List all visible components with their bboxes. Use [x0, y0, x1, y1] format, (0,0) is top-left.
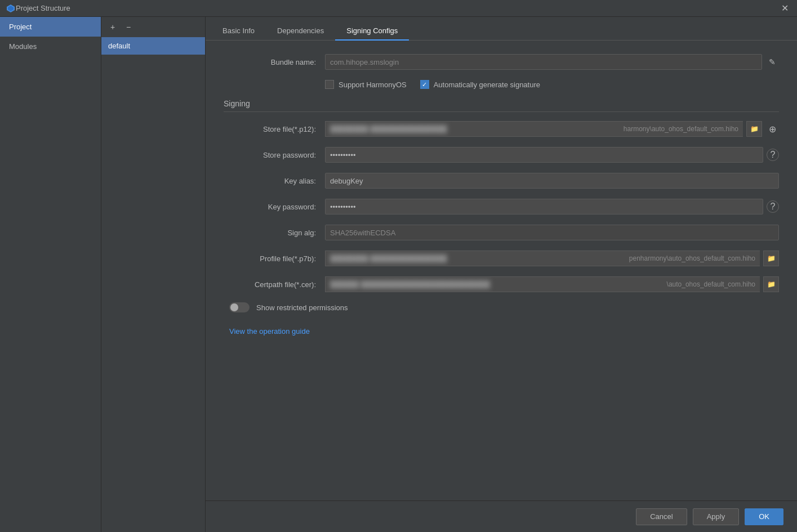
certpath-file-path: ██████ ███████████████████████████ \auto… — [325, 276, 760, 292]
bundle-name-input[interactable] — [325, 54, 762, 70]
edit-bundle-name-icon[interactable]: ✎ — [765, 55, 779, 69]
key-alias-input[interactable] — [325, 173, 779, 189]
auto-signature-label: Automatically generate signature — [434, 81, 540, 89]
signing-section: Signing Store file(*.p12): ████████ ████… — [224, 99, 779, 336]
store-password-label: Store password: — [224, 151, 325, 159]
auto-signature-box — [420, 80, 429, 89]
apply-button[interactable]: Apply — [693, 508, 740, 525]
content-area: Basic Info Dependencies Signing Configs … — [206, 17, 797, 532]
profile-file-input-wrap: ████████ ████████████████ penharmony\aut… — [325, 251, 779, 266]
project-structure-window: Project Structure ✕ Project Modules + − … — [0, 0, 797, 532]
key-password-label: Key password: — [224, 203, 325, 211]
app-logo-icon — [6, 3, 16, 14]
sign-alg-label: Sign alg: — [224, 229, 325, 237]
tabs-bar: Basic Info Dependencies Signing Configs — [206, 17, 797, 41]
auto-signature-checkbox[interactable]: Automatically generate signature — [420, 80, 540, 89]
store-file-fingerprint-icon[interactable]: ⊕ — [765, 122, 779, 136]
bundle-name-row: Bundle name: ✎ — [224, 54, 779, 70]
sidebar-item-project[interactable]: Project — [0, 17, 101, 37]
certpath-file-input-wrap: ██████ ███████████████████████████ \auto… — [325, 276, 779, 292]
title-bar: Project Structure ✕ — [0, 0, 797, 17]
main-content: Project Modules + − default Basic Info D… — [0, 17, 797, 532]
sidebar: Project Modules — [0, 17, 101, 532]
bottom-bar: Cancel Apply OK — [206, 500, 797, 532]
profile-file-blurred: ████████ ████████████████ — [330, 254, 629, 262]
key-password-input-wrap: ? — [325, 199, 779, 214]
key-password-input[interactable] — [325, 199, 763, 214]
tab-basic-info[interactable]: Basic Info — [211, 22, 266, 41]
bundle-name-input-wrap: ✎ — [325, 54, 779, 70]
bundle-name-label: Bundle name: — [224, 58, 325, 66]
close-button[interactable]: ✕ — [778, 2, 791, 15]
store-file-input-wrap: ████████ ████████████████ harmony\auto_o… — [325, 121, 779, 137]
add-config-button[interactable]: + — [107, 21, 118, 33]
restricted-permissions-label: Show restricted permissions — [256, 303, 348, 312]
certpath-file-path-text: \auto_ohos_default_com.hiho — [667, 280, 755, 288]
form-content: Bundle name: ✎ Support HarmonyOS Automat… — [206, 41, 797, 500]
store-file-blurred: ████████ ████████████████ — [330, 125, 624, 133]
cancel-button[interactable]: Cancel — [636, 508, 687, 525]
profile-file-label: Profile file(*.p7b): — [224, 254, 325, 263]
certpath-file-browse-btn[interactable]: 📁 — [763, 276, 779, 292]
store-file-row: Store file(*.p12): ████████ ████████████… — [224, 121, 779, 137]
key-alias-label: Key alias: — [224, 177, 325, 185]
ok-button[interactable]: OK — [745, 508, 783, 525]
certpath-file-label: Certpath file(*.cer): — [224, 280, 325, 289]
restricted-permissions-toggle[interactable] — [229, 302, 250, 312]
remove-config-button[interactable]: − — [123, 21, 134, 33]
store-file-label: Store file(*.p12): — [224, 125, 325, 133]
key-password-row: Key password: ? — [224, 199, 779, 214]
store-file-path: ████████ ████████████████ harmony\auto_o… — [325, 121, 743, 137]
middle-panel: + − default — [101, 17, 206, 532]
sidebar-item-modules[interactable]: Modules — [0, 37, 101, 56]
sign-alg-input-wrap — [325, 225, 779, 240]
key-password-help-icon[interactable]: ? — [767, 200, 779, 213]
key-alias-input-wrap — [325, 173, 779, 189]
tab-dependencies[interactable]: Dependencies — [266, 22, 335, 41]
certpath-file-blurred: ██████ ███████████████████████████ — [330, 280, 667, 288]
support-harmonyos-label: Support HarmonyOS — [339, 81, 407, 89]
view-guide-link[interactable]: View the operation guide — [229, 327, 310, 336]
signing-section-title: Signing — [224, 99, 779, 112]
support-harmonyos-checkbox[interactable]: Support HarmonyOS — [325, 80, 407, 89]
store-password-input[interactable] — [325, 147, 763, 163]
middle-toolbar: + − — [101, 17, 205, 37]
store-file-browse-btn[interactable]: 📁 — [746, 121, 762, 137]
support-harmonyos-box — [325, 80, 334, 89]
profile-file-path-text: penharmony\auto_ohos_default_com.hiho — [629, 254, 755, 262]
profile-file-browse-btn[interactable]: 📁 — [763, 251, 779, 266]
store-password-row: Store password: ? — [224, 147, 779, 163]
toggle-knob — [230, 303, 238, 311]
store-password-input-wrap: ? — [325, 147, 779, 163]
profile-file-path: ████████ ████████████████ penharmony\aut… — [325, 251, 760, 266]
certpath-file-row: Certpath file(*.cer): ██████ ███████████… — [224, 276, 779, 292]
key-alias-row: Key alias: — [224, 173, 779, 189]
checkboxes-row: Support HarmonyOS Automatically generate… — [325, 80, 779, 89]
restricted-permissions-row: Show restricted permissions — [229, 302, 779, 312]
store-file-path-text: harmony\auto_ohos_default_com.hiho — [624, 125, 738, 133]
profile-file-row: Profile file(*.p7b): ████████ ██████████… — [224, 251, 779, 266]
store-password-help-icon[interactable]: ? — [767, 149, 779, 161]
tab-signing-configs[interactable]: Signing Configs — [335, 22, 409, 41]
title-bar-text: Project Structure — [16, 4, 70, 12]
config-item-default[interactable]: default — [101, 37, 205, 55]
sign-alg-row: Sign alg: — [224, 225, 779, 240]
sign-alg-input[interactable] — [325, 225, 779, 240]
